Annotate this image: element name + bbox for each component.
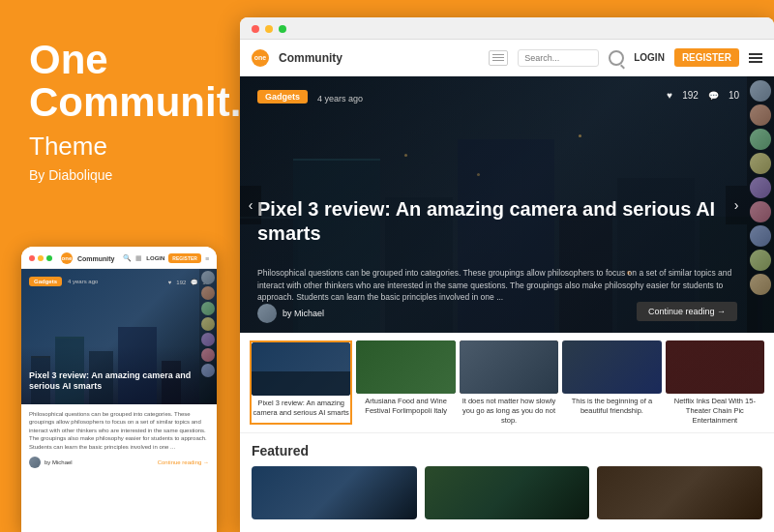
sidebar-avatar-8 bbox=[750, 250, 771, 271]
hero-body-text: Philosophical questions can be grouped i… bbox=[257, 267, 739, 304]
mobile-sidebar-avatar-2 bbox=[201, 286, 215, 300]
mobile-author-name: by Michael bbox=[45, 459, 73, 465]
featured-item-2[interactable] bbox=[425, 466, 590, 519]
hero-author-name: by Michael bbox=[283, 309, 324, 318]
hero-category-badge[interactable]: Gadgets bbox=[257, 90, 308, 103]
mobile-body-text: Philosophical questions can be grouped i… bbox=[29, 410, 209, 451]
hero-author-avatar bbox=[257, 304, 277, 323]
product-subtitle: Theme bbox=[29, 132, 107, 162]
mobile-dot-green bbox=[46, 255, 52, 261]
browser-dot-yellow[interactable] bbox=[265, 25, 273, 33]
hero-title: Pixel 3 review: An amazing camera and se… bbox=[257, 197, 739, 246]
site-nav: one Community LOGIN REGISTER bbox=[240, 40, 774, 76]
mobile-logo: one bbox=[61, 252, 73, 264]
thumb-img-4 bbox=[562, 340, 661, 394]
hero-likes-count: 192 bbox=[682, 90, 699, 101]
hero-stats: 192 10 bbox=[667, 90, 739, 101]
sidebar-avatar-3 bbox=[750, 129, 771, 150]
thumb-caption-4: This is the beginning of a beautiful fri… bbox=[562, 397, 661, 416]
hero-author-row: by Michael bbox=[257, 304, 324, 323]
thumb-caption-3: It does not matter how slowly you go as … bbox=[460, 397, 558, 425]
featured-heading: Featured bbox=[252, 443, 762, 458]
sidebar-avatar-4 bbox=[750, 153, 771, 174]
mobile-sidebar-avatar-3 bbox=[201, 302, 215, 315]
mobile-nav: one Community bbox=[61, 252, 115, 264]
sidebar-avatar-9 bbox=[750, 274, 771, 295]
featured-item-3[interactable] bbox=[597, 466, 762, 519]
left-panel: One Communit.. Theme By Diabolique one C… bbox=[0, 0, 237, 532]
thumb-item-1[interactable]: Pixel 3 review: An amazing camera and se… bbox=[250, 340, 352, 425]
thumb-caption-1: Pixel 3 review: An amazing camera and se… bbox=[252, 399, 350, 418]
hero-next-arrow[interactable]: › bbox=[726, 186, 747, 224]
thumbnails-row: Pixel 3 review: An amazing camera and se… bbox=[240, 333, 774, 433]
register-button[interactable]: REGISTER bbox=[674, 48, 739, 67]
hamburger-menu[interactable] bbox=[749, 53, 762, 63]
mobile-window-dots bbox=[29, 255, 52, 261]
mobile-sidebar-avatar-6 bbox=[201, 348, 215, 362]
thumb-item-4[interactable]: This is the beginning of a beautiful fri… bbox=[562, 340, 661, 425]
mobile-sidebar-avatar-5 bbox=[201, 333, 215, 346]
site-name: Community bbox=[279, 51, 342, 65]
mobile-site-name: Community bbox=[77, 255, 115, 262]
search-container[interactable] bbox=[518, 49, 599, 67]
browser-dot-red[interactable] bbox=[252, 25, 259, 33]
thumb-img-3 bbox=[460, 340, 558, 394]
mobile-author-row: by Michael Continue reading → bbox=[29, 457, 209, 468]
thumb-img-1 bbox=[252, 342, 350, 396]
featured-section: Featured bbox=[240, 433, 774, 525]
featured-grid bbox=[252, 466, 762, 519]
hero-prev-arrow[interactable]: ‹ bbox=[240, 186, 261, 224]
hero-chat-icon bbox=[708, 90, 719, 101]
mobile-heart-icon: ♥ bbox=[168, 280, 172, 285]
mobile-sidebar-avatar-4 bbox=[201, 317, 215, 331]
site-logo: one bbox=[252, 49, 269, 67]
search-icon[interactable] bbox=[609, 50, 624, 66]
browser-chrome bbox=[240, 17, 774, 40]
thumb-caption-5: Netflix Inks Deal With 15-Theater Chain … bbox=[666, 397, 764, 425]
mobile-preview: one Community 🔍 ▦ LOGIN REGISTER ≡ bbox=[21, 247, 217, 532]
thumb-item-2[interactable]: Artusiana Food and Wine Festival Forlimp… bbox=[356, 340, 455, 425]
featured-item-1[interactable] bbox=[252, 466, 417, 519]
mobile-grid-icon: ▦ bbox=[135, 254, 142, 262]
mobile-sidebar-avatar-1 bbox=[201, 271, 215, 284]
hero-continue-reading[interactable]: Continue reading → bbox=[637, 302, 737, 321]
hero-sidebar-avatars bbox=[747, 76, 774, 333]
product-title: One Communit.. bbox=[29, 39, 253, 124]
login-button[interactable]: LOGIN bbox=[634, 52, 665, 63]
thumb-item-5[interactable]: Netflix Inks Deal With 15-Theater Chain … bbox=[666, 340, 764, 425]
browser-dot-green[interactable] bbox=[279, 25, 286, 33]
mobile-dot-yellow bbox=[38, 255, 44, 261]
hero-comments-count: 10 bbox=[729, 90, 739, 101]
sidebar-avatar-1 bbox=[750, 80, 771, 102]
thumb-caption-2: Artusiana Food and Wine Festival Forlimp… bbox=[356, 397, 455, 416]
mobile-hero-title: Pixel 3 review: An amazing camera and se… bbox=[29, 370, 209, 393]
sidebar-avatar-6 bbox=[750, 201, 771, 222]
mobile-content: Philosophical questions can be grouped i… bbox=[21, 404, 217, 474]
product-author: By Diabolique bbox=[29, 167, 112, 183]
mobile-time-ago: 4 years ago bbox=[68, 279, 98, 284]
mobile-chat-icon: 💬 bbox=[191, 279, 197, 285]
sidebar-avatar-2 bbox=[750, 104, 771, 126]
hero-section: Gadgets 4 years ago 192 10 Pixel 3 revie… bbox=[240, 76, 774, 333]
thumb-img-5 bbox=[666, 340, 764, 394]
mobile-sidebar-avatar-7 bbox=[201, 364, 215, 377]
mobile-register: REGISTER bbox=[168, 253, 201, 263]
hero-time-ago: 4 years ago bbox=[317, 94, 363, 103]
mobile-author-avatar bbox=[29, 457, 41, 468]
search-input[interactable] bbox=[524, 53, 592, 63]
sidebar-avatar-7 bbox=[750, 225, 771, 247]
thumb-item-3[interactable]: It does not matter how slowly you go as … bbox=[460, 340, 558, 425]
mobile-nav-icons: 🔍 ▦ LOGIN REGISTER ≡ bbox=[123, 253, 209, 263]
mobile-continue-reading: Continue reading → bbox=[158, 459, 209, 465]
mobile-header: one Community 🔍 ▦ LOGIN REGISTER ≡ bbox=[21, 247, 217, 269]
thumb-img-2 bbox=[356, 340, 455, 394]
mobile-login: LOGIN bbox=[146, 255, 164, 261]
grid-view-icon[interactable] bbox=[489, 50, 508, 66]
mobile-hero-sidebar bbox=[199, 269, 217, 404]
mobile-dot-red bbox=[29, 255, 35, 261]
browser-window: one Community LOGIN REGISTER bbox=[240, 17, 774, 532]
mobile-menu-icon: ≡ bbox=[205, 255, 209, 262]
mobile-search-icon: 🔍 bbox=[123, 254, 132, 262]
mobile-hero: Gadgets 4 years ago ♥ 192 💬 10 Pixel 3 r… bbox=[21, 269, 217, 404]
hero-heart-icon bbox=[667, 90, 672, 101]
